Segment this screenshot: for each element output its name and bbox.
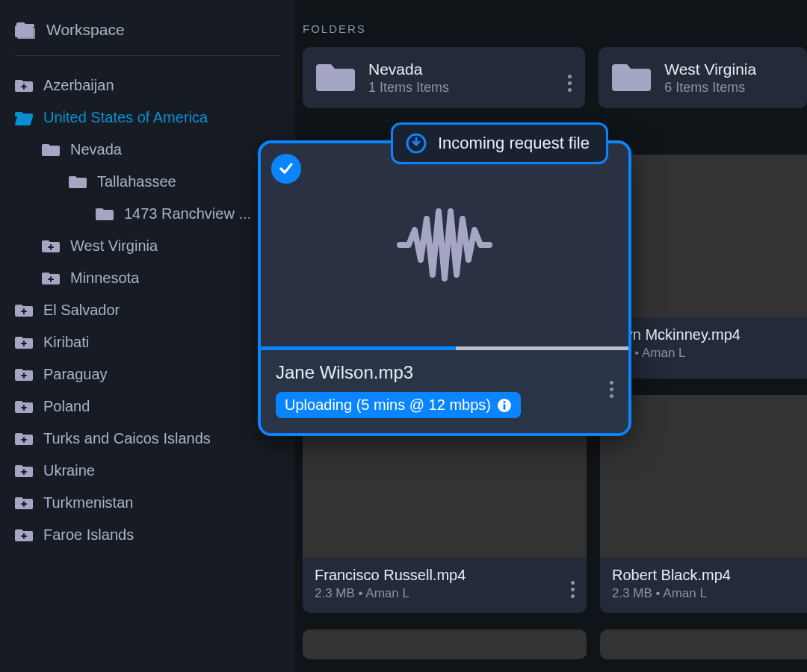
tree-item-label: Turks and Caicos Islands (43, 430, 211, 447)
folder-icon (316, 61, 355, 94)
upload-menu-button[interactable] (610, 362, 613, 398)
folder-closed-icon (96, 207, 114, 222)
folders-heading: FOLDERS (303, 22, 807, 35)
folder-card-west-virginia[interactable]: West Virginia 6 Items Items (599, 47, 807, 108)
folder-closed-icon (42, 143, 60, 158)
svg-rect-5 (504, 404, 506, 410)
tree-item-turks-and-caicos-islands[interactable]: Turks and Caicos Islands (15, 423, 280, 455)
folder-name: Nevada (368, 60, 554, 78)
tree-item-paraguay[interactable]: Paraguay (15, 358, 280, 391)
file-name: Robert Black.mp4 (612, 567, 807, 584)
workspace-label: Workspace (46, 21, 125, 39)
svg-rect-1 (17, 28, 35, 39)
file-name: Francisco Russell.mp4 (315, 567, 571, 584)
folder-sub: 6 Items Items (664, 80, 794, 96)
tree-item-ukraine[interactable]: Ukraine (15, 455, 280, 487)
upload-filename: Jane Wilson.mp3 (276, 362, 610, 383)
folder-plus-icon (15, 78, 33, 93)
selected-check-icon[interactable] (271, 154, 301, 184)
folder-plus-icon (15, 432, 33, 447)
folder-card-nevada[interactable]: Nevada 1 Items Items (303, 47, 585, 108)
tree-item-el-salvador[interactable]: El Salvador (15, 294, 280, 326)
folder-closed-icon (69, 175, 87, 190)
folder-menu-button[interactable] (568, 63, 572, 92)
audio-waveform-icon (392, 204, 497, 286)
upload-overlay: Jane Wilson.mp3 Uploading (5 mins @ 12 m… (258, 140, 631, 436)
tree-item-1473-ranchview[interactable]: 1473 Ranchview ... (15, 198, 280, 230)
upload-progress-fill (261, 346, 456, 350)
workspace-icon (15, 21, 36, 39)
tree-item-label: Azerbaijan (43, 77, 114, 94)
folder-sub: 1 Items Items (368, 80, 554, 96)
upload-preview (261, 143, 628, 346)
file-menu-button[interactable] (571, 567, 575, 598)
folder-plus-icon (15, 335, 33, 350)
upload-progress-bar (261, 346, 628, 350)
file-sub: 2.3 MB • Aman L (612, 586, 807, 601)
tree-item-united-states-of-america[interactable]: United States of America (15, 102, 280, 134)
folder-plus-icon (42, 239, 60, 254)
folder-plus-icon (15, 464, 33, 479)
download-icon (405, 132, 427, 155)
tree-item-label: West Virginia (70, 237, 158, 255)
file-card-peek-left[interactable] (303, 629, 587, 659)
folder-tree: AzerbaijanUnited States of AmericaNevada… (15, 69, 280, 551)
tree-item-label: Paraguay (43, 366, 108, 383)
tree-item-label: Minnesota (70, 270, 139, 287)
folder-plus-icon (15, 399, 33, 414)
file-thumbnail (600, 629, 807, 659)
tree-item-label: Tallahassee (97, 173, 176, 190)
tree-item-label: Faroe Islands (43, 526, 134, 544)
incoming-request-pill[interactable]: Incoming request file (391, 122, 608, 164)
tree-item-label: Turkmenistan (43, 494, 133, 511)
tree-item-label: Ukraine (43, 462, 95, 479)
upload-status-text: Uploading (5 mins @ 12 mbps) (285, 396, 491, 414)
tree-item-label: Kiribati (43, 334, 89, 351)
folder-icon (612, 61, 651, 94)
file-name: hryn Mckinney.mp4 (612, 326, 807, 343)
tree-item-label: 1473 Ranchview ... (124, 205, 251, 223)
tree-item-azerbaijan[interactable]: Azerbaijan (15, 69, 280, 102)
tree-item-label: United States of America (43, 109, 208, 126)
tree-item-west-virginia[interactable]: West Virginia (15, 230, 280, 262)
sidebar: Workspace AzerbaijanUnited States of Ame… (0, 0, 295, 672)
workspace-header[interactable]: Workspace (15, 15, 280, 56)
folder-plus-icon (15, 496, 33, 511)
folder-plus-icon (42, 271, 60, 286)
folder-plus-icon (15, 367, 33, 382)
tree-item-poland[interactable]: Poland (15, 391, 280, 423)
file-card-peek-right[interactable] (600, 629, 807, 659)
upload-status-badge[interactable]: Uploading (5 mins @ 12 mbps) (276, 392, 521, 418)
folder-row: Nevada 1 Items Items West Virginia 6 Ite… (303, 47, 807, 108)
folder-plus-icon (15, 528, 33, 543)
tree-item-kiribati[interactable]: Kiribati (15, 326, 280, 358)
info-icon (497, 398, 512, 413)
tree-item-label: El Salvador (43, 302, 120, 319)
folder-name: West Virginia (664, 60, 794, 78)
file-sub: MB • Aman L (612, 346, 807, 361)
tree-item-faroe-islands[interactable]: Faroe Islands (15, 519, 280, 551)
folder-plus-icon (15, 303, 33, 318)
tree-item-nevada[interactable]: Nevada (15, 134, 280, 166)
tree-item-minnesota[interactable]: Minnesota (15, 262, 280, 294)
file-sub: 2.3 MB • Aman L (315, 586, 571, 601)
tree-item-turkmenistan[interactable]: Turkmenistan (15, 487, 280, 519)
file-thumbnail (303, 629, 587, 659)
svg-point-4 (503, 400, 505, 402)
tree-item-label: Poland (43, 398, 90, 415)
tree-item-label: Nevada (70, 141, 122, 158)
incoming-label: Incoming request file (438, 134, 590, 153)
tree-item-tallahassee[interactable]: Tallahassee (15, 166, 280, 198)
folder-open-icon (15, 111, 33, 125)
file-card-robert[interactable]: Robert Black.mp4 2.3 MB • Aman L (600, 395, 807, 613)
